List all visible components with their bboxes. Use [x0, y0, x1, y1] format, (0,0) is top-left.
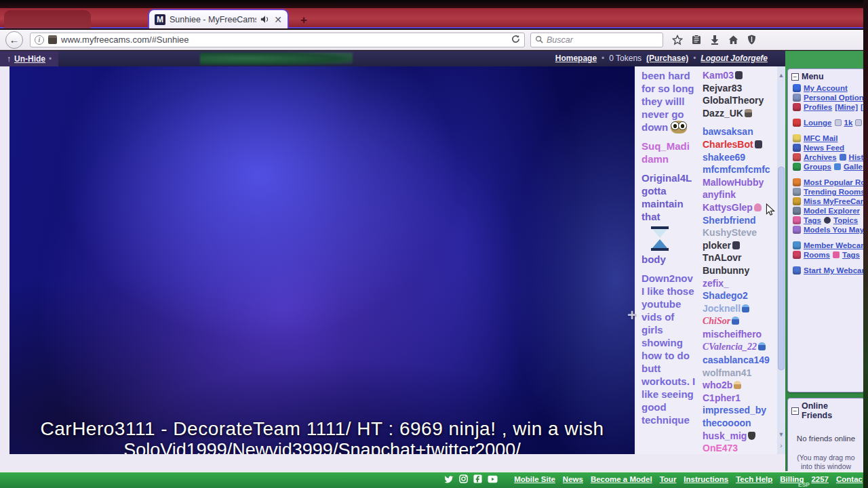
footer-link[interactable]: Mobile Site — [514, 475, 555, 483]
username[interactable]: Bunbunny — [703, 265, 749, 276]
user-list-item[interactable]: anyfink — [703, 188, 777, 201]
username[interactable]: TnALovr — [703, 252, 742, 263]
user-list-item[interactable]: casablanca149 — [703, 354, 777, 367]
facebook-icon[interactable] — [473, 474, 482, 483]
menu-link[interactable]: Start My Webcam — [804, 266, 864, 274]
url-input[interactable] — [61, 35, 507, 45]
username[interactable]: KattysGlep — [703, 202, 753, 213]
logout-link[interactable]: Logout Joforgefe — [701, 54, 768, 63]
user-list-item[interactable]: mischeifhero — [703, 328, 777, 341]
user-list-item[interactable]: MallowHubby — [703, 176, 777, 189]
footer-link[interactable]: Tech Help — [736, 475, 772, 483]
browser-tab[interactable]: M Sunhiee - MyFreeCams ✕ — [148, 9, 289, 28]
menu-link[interactable]: Models You May L — [804, 226, 864, 234]
user-list-item[interactable]: CValencia_22 — [703, 340, 777, 354]
homepage-link[interactable]: Homepage — [555, 54, 597, 63]
menu-link[interactable]: Member Webcam — [804, 241, 864, 249]
menu-link[interactable]: [Mine] — [835, 103, 858, 111]
site-identity-icon[interactable] — [48, 35, 57, 44]
unhide-link[interactable]: Un-Hide — [14, 54, 45, 64]
menu-link[interactable]: Profiles — [804, 103, 832, 111]
footer-link[interactable]: 2257 — [811, 475, 829, 483]
user-list-item[interactable]: Bunbunny — [703, 264, 777, 277]
username[interactable]: anyfink — [703, 189, 736, 200]
user-list-item[interactable]: Rejvar83 — [703, 82, 777, 95]
user-list-item[interactable]: zefix_ — [703, 277, 777, 290]
menu-link[interactable]: 1k — [844, 119, 853, 127]
user-list-item[interactable]: ChiSor — [703, 314, 777, 328]
menu-link[interactable]: Tags — [842, 251, 860, 259]
username[interactable]: ploker — [703, 240, 731, 251]
username[interactable]: Rejvar83 — [703, 83, 742, 94]
menu-link[interactable]: Histor — [849, 153, 864, 161]
menu-link[interactable]: Most Popular Room — [804, 178, 864, 186]
menu-link[interactable]: Lounge — [804, 119, 832, 127]
user-list-item[interactable]: CharlesBot — [703, 138, 777, 151]
username[interactable]: mfcmfcmfcmfc — [703, 164, 770, 175]
collapse-icon[interactable]: − — [791, 407, 799, 415]
user-list-item[interactable]: thecoooon — [703, 417, 777, 430]
username[interactable]: ChiSor — [703, 316, 730, 326]
scroll-down-arrow[interactable]: ▼ — [777, 430, 785, 439]
username[interactable]: wolfman41 — [703, 367, 751, 378]
pane-resize-handle[interactable]: + — [627, 306, 637, 325]
username[interactable]: Dazz_UK — [703, 108, 743, 119]
user-list-item[interactable]: who2b — [703, 379, 777, 392]
menu-link[interactable]: News Feed — [804, 144, 844, 152]
user-list-item[interactable]: ploker — [703, 239, 777, 252]
user-list-item[interactable]: wolfman41 — [703, 367, 777, 380]
username[interactable]: impressed_by — [703, 405, 766, 415]
user-list-item[interactable]: Shadego2 — [703, 289, 777, 302]
back-button[interactable]: ← — [5, 31, 23, 49]
username[interactable]: C1pher1 — [703, 392, 741, 403]
youtube-icon[interactable] — [488, 475, 498, 483]
username[interactable]: MallowHubby — [703, 177, 764, 188]
search-input[interactable] — [547, 35, 658, 45]
scroll-right-arrow[interactable]: › — [777, 442, 785, 451]
menu-link[interactable]: Topics — [833, 216, 858, 224]
user-list-item[interactable]: Kam03 — [703, 69, 777, 82]
user-list-scrollbar[interactable]: ▲ ▼ › — [777, 66, 785, 454]
user-list-item[interactable]: bawsaksan — [703, 125, 777, 138]
shield-icon[interactable] — [747, 35, 756, 45]
username[interactable]: casablanca149 — [703, 354, 770, 365]
user-list-item[interactable]: OnE473 — [703, 442, 777, 454]
user-list-item[interactable]: Dazz_UK — [703, 107, 777, 120]
search-box[interactable] — [530, 33, 663, 47]
user-list-item[interactable]: C1pher1 — [703, 392, 777, 405]
menu-link[interactable]: Groups — [804, 163, 831, 171]
purchase-link[interactable]: (Purchase) — [646, 54, 688, 63]
scroll-up-arrow[interactable]: ▲ — [777, 70, 785, 80]
language-tag[interactable]: ESP — [798, 481, 810, 488]
footer-link[interactable]: Instructions — [684, 475, 728, 483]
twitter-icon[interactable] — [444, 475, 454, 483]
menu-link[interactable]: MFC Mail — [804, 134, 837, 142]
collapse-icon[interactable]: − — [791, 73, 799, 81]
username[interactable]: KushySteve — [703, 227, 757, 238]
username[interactable]: OnE473 — [703, 443, 738, 453]
user-list-item[interactable]: impressed_by — [703, 404, 777, 417]
username[interactable]: Shadego2 — [703, 290, 748, 301]
menu-link[interactable]: Archives — [804, 153, 837, 161]
user-list-item[interactable]: Jocknell — [703, 302, 777, 315]
reload-icon[interactable] — [511, 35, 520, 45]
username[interactable]: Jocknell — [703, 303, 741, 314]
username[interactable]: CValencia_22 — [703, 342, 757, 352]
menu-link[interactable]: Gallery — [844, 163, 864, 171]
url-bar[interactable]: i — [30, 33, 525, 47]
user-list-item[interactable]: TnALovr — [703, 251, 777, 264]
tab-close-icon[interactable]: ✕ — [274, 15, 282, 24]
footer-link[interactable]: Contac — [836, 475, 863, 483]
downloads-icon[interactable] — [710, 35, 719, 45]
menu-link[interactable]: Personal Options — [804, 94, 864, 102]
footer-link[interactable]: Tour — [660, 475, 677, 483]
username[interactable]: mischeifhero — [703, 329, 762, 340]
username[interactable]: bawsaksan — [703, 126, 753, 137]
username[interactable]: thecoooon — [703, 418, 751, 428]
footer-link[interactable]: News — [563, 475, 583, 483]
username[interactable]: who2b — [703, 380, 732, 390]
instagram-icon[interactable] — [459, 474, 468, 483]
username[interactable]: zefix_ — [703, 278, 729, 289]
info-icon[interactable]: i — [35, 35, 44, 45]
username[interactable]: GlobalTheory — [703, 95, 764, 106]
